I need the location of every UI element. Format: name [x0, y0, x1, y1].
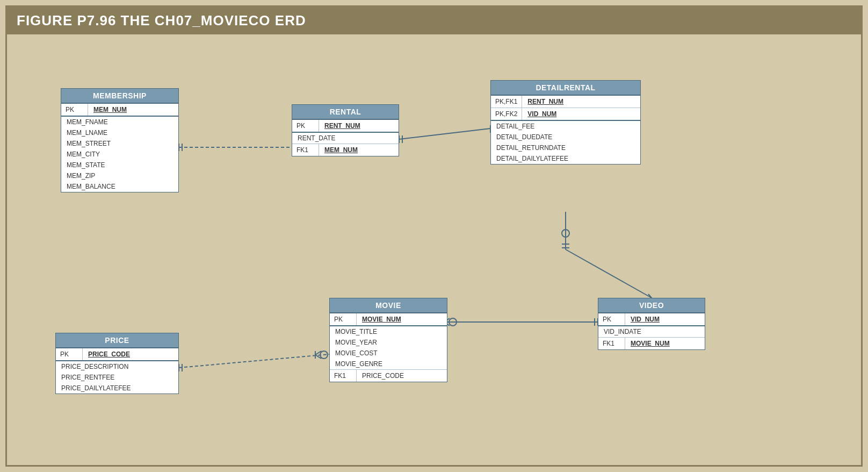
video-fk-key: FK1 — [598, 338, 625, 349]
field-movie-year: MOVIE_YEAR — [330, 337, 447, 348]
rental-fk-key: FK1 — [292, 144, 319, 156]
membership-pk-key: PK — [61, 104, 88, 116]
video-fk-field: MOVIE_NUM — [625, 338, 675, 349]
movie-pk-field: MOVIE_NUM — [357, 313, 407, 325]
field-mem-street: MEM_STREET — [61, 138, 178, 149]
movie-fk-row: FK1 PRICE_CODE — [330, 369, 447, 382]
rental-pk-key: PK — [292, 120, 319, 132]
field-price-dailylatefee: PRICE_DAILYLATEFEE — [56, 383, 178, 394]
video-header: VIDEO — [598, 298, 705, 312]
field-rent-date: RENT_DATE — [292, 133, 399, 144]
video-body: PK VID_NUM VID_INDATE FK1 MOVIE_NUM — [598, 312, 705, 349]
detailrental-pk1-row: PK,FK1 RENT_NUM — [491, 95, 640, 108]
rental-header: RENTAL — [292, 105, 399, 119]
detailrental-pk2-field: VID_NUM — [522, 108, 562, 120]
price-pk-field: PRICE_CODE — [83, 348, 135, 360]
diagram-area: MEMBERSHIP PK MEM_NUM MEM_FNAME MEM_LNAM… — [7, 34, 861, 462]
detailrental-fields: DETAIL_FEE DETAIL_DUEDATE DETAIL_RETURND… — [491, 120, 640, 164]
detailrental-pk1-field: RENT_NUM — [522, 96, 569, 108]
field-detail-fee: DETAIL_FEE — [491, 121, 640, 132]
movie-fk-key: FK1 — [330, 370, 357, 382]
rental-fk-row: FK1 MEM_NUM — [292, 144, 399, 156]
rental-entity: RENTAL PK RENT_NUM RENT_DATE FK1 MEM_NUM — [292, 104, 399, 156]
movie-header: MOVIE — [330, 298, 447, 312]
field-vid-indate: VID_INDATE — [598, 326, 705, 337]
video-pk-key: PK — [598, 313, 625, 325]
svg-point-15 — [562, 230, 569, 237]
rental-pk-row: PK RENT_NUM — [292, 119, 399, 132]
field-mem-balance: MEM_BALANCE — [61, 181, 178, 192]
field-mem-fname: MEM_FNAME — [61, 117, 178, 127]
field-detail-duedate: DETAIL_DUEDATE — [491, 132, 640, 142]
detailrental-body: PK,FK1 RENT_NUM PK,FK2 VID_NUM DETAIL_FE… — [491, 95, 640, 164]
detailrental-header: DETAILRENTAL — [491, 81, 640, 95]
outer-border: FIGURE P7.96 THE CH07_MOVIECO ERD — [5, 5, 863, 467]
field-mem-state: MEM_STATE — [61, 160, 178, 170]
svg-line-26 — [179, 354, 329, 368]
field-movie-title: MOVIE_TITLE — [330, 326, 447, 337]
rental-body: PK RENT_NUM RENT_DATE FK1 MEM_NUM — [292, 119, 399, 156]
membership-pk-row: PK MEM_NUM — [61, 103, 178, 116]
price-body: PK PRICE_CODE PRICE_DESCRIPTION PRICE_RE… — [56, 347, 178, 394]
page-title: FIGURE P7.96 THE CH07_MOVIECO ERD — [17, 12, 306, 28]
movie-body: PK MOVIE_NUM MOVIE_TITLE MOVIE_YEAR MOVI… — [330, 312, 447, 382]
movie-fk-field: PRICE_CODE — [357, 370, 409, 382]
field-detail-returndate: DETAIL_RETURNDATE — [491, 142, 640, 153]
membership-header: MEMBERSHIP — [61, 89, 178, 103]
video-fields: VID_INDATE FK1 MOVIE_NUM — [598, 325, 705, 349]
movie-pk-key: PK — [330, 313, 357, 325]
membership-body: PK MEM_NUM MEM_FNAME MEM_LNAME MEM_STREE… — [61, 103, 178, 192]
detailrental-pk1-key: PK,FK1 — [491, 96, 522, 108]
field-movie-cost: MOVIE_COST — [330, 348, 447, 359]
field-mem-zip: MEM_ZIP — [61, 170, 178, 181]
field-price-rentfee: PRICE_RENTFEE — [56, 372, 178, 383]
price-pk-row: PK PRICE_CODE — [56, 347, 178, 360]
movie-fields: MOVIE_TITLE MOVIE_YEAR MOVIE_COST MOVIE_… — [330, 325, 447, 382]
detailrental-pk2-key: PK,FK2 — [491, 108, 522, 120]
svg-point-29 — [320, 351, 328, 359]
svg-line-31 — [315, 351, 321, 355]
field-mem-city: MEM_CITY — [61, 149, 178, 160]
title-bar: FIGURE P7.96 THE CH07_MOVIECO ERD — [7, 7, 861, 34]
svg-line-14 — [566, 249, 652, 298]
membership-entity: MEMBERSHIP PK MEM_NUM MEM_FNAME MEM_LNAM… — [61, 88, 179, 192]
field-movie-genre: MOVIE_GENRE — [330, 359, 447, 369]
movie-pk-row: PK MOVIE_NUM — [330, 312, 447, 325]
price-fields: PRICE_DESCRIPTION PRICE_RENTFEE PRICE_DA… — [56, 360, 178, 394]
field-price-description: PRICE_DESCRIPTION — [56, 361, 178, 372]
rental-pk-field: RENT_NUM — [319, 120, 366, 132]
video-pk-row: PK VID_NUM — [598, 312, 705, 325]
detailrental-pk2-row: PK,FK2 VID_NUM — [491, 108, 640, 120]
rental-fk-field: MEM_NUM — [319, 144, 363, 156]
movie-entity: MOVIE PK MOVIE_NUM MOVIE_TITLE MOVIE_YEA… — [329, 298, 447, 382]
membership-fields: MEM_FNAME MEM_LNAME MEM_STREET MEM_CITY … — [61, 116, 178, 192]
price-header: PRICE — [56, 333, 178, 347]
price-pk-key: PK — [56, 348, 83, 360]
video-pk-field: VID_NUM — [625, 313, 665, 325]
rental-fields: RENT_DATE FK1 MEM_NUM — [292, 132, 399, 156]
price-entity: PRICE PK PRICE_CODE PRICE_DESCRIPTION PR… — [55, 333, 179, 394]
membership-pk-field: MEM_NUM — [88, 104, 132, 116]
svg-line-7 — [399, 128, 490, 139]
field-detail-dailylatefee: DETAIL_DAILYLATEFEE — [491, 153, 640, 164]
field-mem-lname: MEM_LNAME — [61, 127, 178, 138]
video-fk-row: FK1 MOVIE_NUM — [598, 337, 705, 349]
svg-line-32 — [315, 355, 321, 359]
video-entity: VIDEO PK VID_NUM VID_INDATE FK1 MOVIE_NU… — [598, 298, 705, 350]
detailrental-entity: DETAILRENTAL PK,FK1 RENT_NUM PK,FK2 VID_… — [490, 80, 641, 165]
svg-point-22 — [449, 318, 457, 326]
